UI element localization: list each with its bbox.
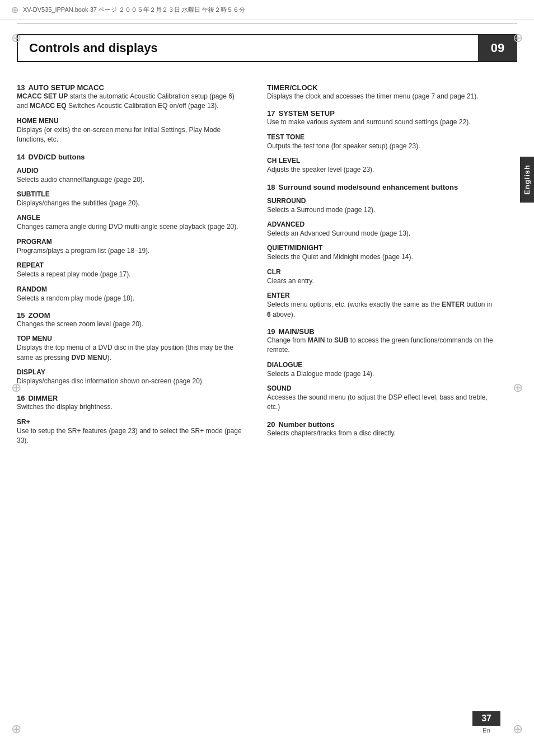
corner-mark-tl: ⊕ bbox=[11, 31, 21, 45]
item-desc: Use to setup the SR+ features (page 23) … bbox=[17, 426, 245, 446]
item-title: TOP MENU bbox=[17, 335, 245, 342]
section-heading: 16DIMMER bbox=[17, 394, 245, 402]
item-desc: Displays the clock and accesses the time… bbox=[267, 92, 495, 101]
corner-mark-mr: ⊕ bbox=[513, 381, 523, 395]
page-number: 37 bbox=[472, 711, 500, 726]
item-desc: Changes the screen zoom level (page 20). bbox=[17, 320, 245, 329]
page-title: Controls and displays bbox=[18, 35, 478, 61]
section-heading: 15ZOOM bbox=[17, 311, 245, 320]
item-title: CLR bbox=[267, 268, 495, 276]
section-heading: 17SYSTEM SETUP bbox=[267, 109, 495, 118]
item-desc: Use to make various system and surround … bbox=[267, 118, 495, 127]
section-heading: 14DVD/CD buttons bbox=[17, 153, 245, 161]
item-desc: Change from MAIN to SUB to access the gr… bbox=[267, 336, 495, 355]
english-tab: English bbox=[520, 157, 534, 203]
file-info: XV-DV535_IPPAN.book 37 ページ ２００５年２月２３日 水曜… bbox=[23, 6, 245, 14]
item-title: PROGRAM bbox=[17, 238, 245, 246]
item-desc: Displays the top menu of a DVD disc in t… bbox=[17, 343, 245, 363]
item-title: CH LEVEL bbox=[267, 157, 495, 165]
footer: 37 En bbox=[472, 711, 500, 734]
item-desc: Displays/changes the subtitles (page 20)… bbox=[17, 199, 245, 208]
item-desc: Displays/changes disc information shown … bbox=[17, 377, 245, 386]
item-title: AUDIO bbox=[17, 167, 245, 175]
section-heading: 18Surround sound mode/sound enhancement … bbox=[267, 183, 495, 191]
corner-mark-bl: ⊕ bbox=[11, 722, 21, 736]
title-section: Controls and displays 09 bbox=[17, 34, 517, 62]
item-title: REPEAT bbox=[17, 261, 245, 269]
item-desc: Outputs the test tone (for speaker setup… bbox=[267, 142, 495, 151]
item-title: SR+ bbox=[17, 418, 245, 426]
item-desc: Selects the Quiet and Midnight modes (pa… bbox=[267, 252, 495, 262]
item-desc: Changes camera angle during DVD multi-an… bbox=[17, 222, 245, 232]
section-heading: 20Number buttons bbox=[267, 420, 495, 429]
section-heading: 13AUTO SETUP MCACC bbox=[17, 83, 245, 92]
right-column: TIMER/CLOCKDisplays the clock and access… bbox=[261, 76, 495, 447]
item-title: ANGLE bbox=[17, 214, 245, 222]
section-heading: 19MAIN/SUB bbox=[267, 327, 495, 336]
section-number: 09 bbox=[478, 35, 517, 61]
corner-mark-br: ⊕ bbox=[513, 722, 523, 736]
item-desc: Selects a repeat play mode (page 17). bbox=[17, 270, 245, 279]
item-desc: Displays (or exits) the on-screen menu f… bbox=[17, 125, 245, 145]
item-title: SUBTITLE bbox=[17, 190, 245, 198]
item-desc: Selects a Surround mode (page 12). bbox=[267, 205, 495, 215]
main-content: 13AUTO SETUP MCACCMCACC SET UP starts th… bbox=[17, 76, 517, 447]
corner-mark-tr: ⊕ bbox=[513, 31, 523, 45]
item-title: ENTER bbox=[267, 292, 495, 299]
item-desc: MCACC SET UP starts the automatic Acoust… bbox=[17, 92, 245, 111]
section-heading: TIMER/CLOCK bbox=[267, 83, 495, 92]
item-title: DISPLAY bbox=[17, 368, 245, 376]
item-desc: Programs/plays a program list (page 18–1… bbox=[17, 246, 245, 256]
item-title: RANDOM bbox=[17, 285, 245, 293]
item-title: SOUND bbox=[267, 384, 495, 392]
page-label: En bbox=[483, 727, 490, 734]
item-title: ADVANCED bbox=[267, 220, 495, 228]
item-desc: Selects a Dialogue mode (page 14). bbox=[267, 369, 495, 379]
item-desc: Selects chapters/tracks from a disc dire… bbox=[267, 429, 495, 438]
top-line bbox=[17, 24, 517, 24]
left-column: 13AUTO SETUP MCACCMCACC SET UP starts th… bbox=[17, 76, 261, 447]
item-desc: Accesses the sound menu (to adjust the D… bbox=[267, 393, 495, 412]
item-title: QUIET/MIDNIGHT bbox=[267, 244, 495, 252]
item-desc: Adjusts the speaker level (page 23). bbox=[267, 165, 495, 175]
item-title: HOME MENU bbox=[17, 117, 245, 125]
item-title: TEST TONE bbox=[267, 133, 495, 141]
header-bar: ⊕ XV-DV535_IPPAN.book 37 ページ ２００５年２月２３日 … bbox=[0, 0, 534, 20]
item-desc: Selects audio channel/language (page 20)… bbox=[17, 175, 245, 185]
item-title: SURROUND bbox=[267, 197, 495, 205]
item-desc: Clears an entry. bbox=[267, 276, 495, 286]
corner-mark-ml: ⊕ bbox=[11, 381, 21, 395]
item-title: DIALOGUE bbox=[267, 361, 495, 369]
item-desc: Switches the display brightness. bbox=[17, 402, 245, 412]
item-desc: Selects an Advanced Surround mode (page … bbox=[267, 229, 495, 238]
item-desc: Selects menu options, etc. (works exactl… bbox=[267, 300, 495, 320]
crosshair-icon: ⊕ bbox=[11, 4, 18, 15]
item-desc: Selects a random play mode (page 18). bbox=[17, 294, 245, 303]
